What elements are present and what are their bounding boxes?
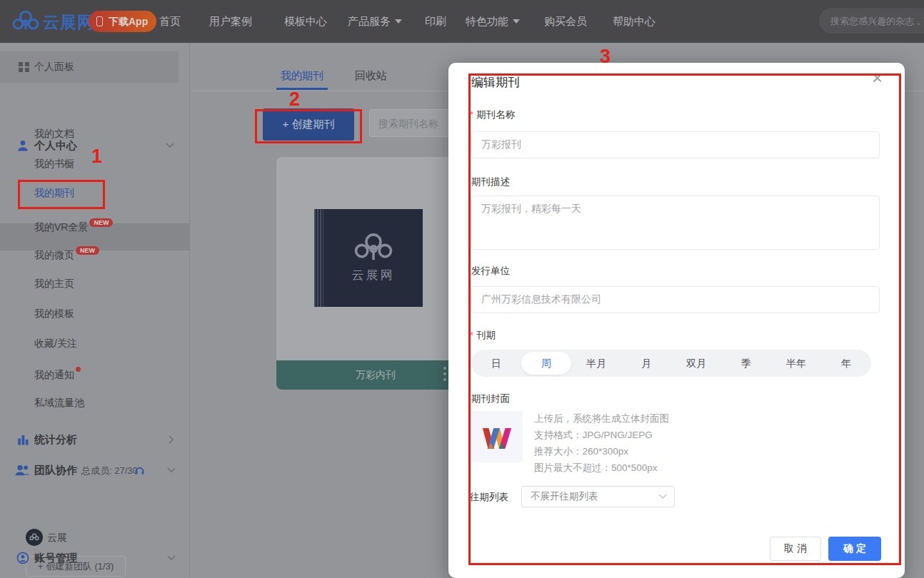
cover-label: 期刊封面 xyxy=(471,392,510,405)
publisher-label: 发行单位 xyxy=(471,265,510,278)
phone-icon xyxy=(96,16,103,26)
chevron-down-icon xyxy=(167,467,176,473)
required-asterisk: * xyxy=(470,109,473,120)
account-icon xyxy=(16,552,29,564)
chevron-down-icon xyxy=(395,19,402,24)
cover-upload-info: 上传后，系统将生成立体封面图 支持格式：JPG/PNG/JEPG 推荐大小：26… xyxy=(534,410,669,476)
period-option-day[interactable]: 日 xyxy=(471,350,521,377)
team-label: 团队协作总成员: 27/30 xyxy=(34,464,138,477)
nav-item-products[interactable]: 产品服务 xyxy=(348,14,402,29)
sidebar: 个人面板 个人中心 我的文档 我的书橱 我的期刊 我的VR全景NEW 我的微页N… xyxy=(0,43,190,578)
journal-name-input[interactable] xyxy=(471,131,880,158)
sidebar-section-statistics[interactable]: 统计分析 xyxy=(0,428,190,452)
sidebar-section-account[interactable]: 账号管理 xyxy=(0,547,190,571)
dashboard-label: 个人面板 xyxy=(34,61,74,73)
w-logo-icon xyxy=(480,420,514,454)
logo-text[interactable]: 云展网 xyxy=(43,11,94,34)
download-app-badge[interactable]: 下载App xyxy=(89,11,156,32)
chevron-down-icon xyxy=(513,19,520,24)
nav-item-print[interactable]: 印刷 xyxy=(425,14,446,29)
new-badge: NEW xyxy=(76,246,99,255)
period-option-half-year[interactable]: 半年 xyxy=(771,350,821,377)
cancel-button[interactable]: 取 消 xyxy=(770,537,821,561)
sidebar-item-private-traffic[interactable]: 私域流量池 xyxy=(34,397,84,412)
notification-dot xyxy=(76,367,81,372)
journal-card-footer: 万彩内刊 xyxy=(276,360,475,390)
journal-desc-textarea[interactable]: 万彩报刊，精彩每一天 xyxy=(471,196,880,250)
sidebar-item-my-bookshelf[interactable]: 我的书橱 xyxy=(34,158,74,173)
account-label: 账号管理 xyxy=(34,552,77,565)
team-members-count: 总成员: 27/30 xyxy=(81,465,138,476)
nav-item-templates[interactable]: 模板中心 xyxy=(284,14,327,29)
book-stack-pages xyxy=(314,209,323,307)
cover-info-line: 支持格式：JPG/PNG/JEPG xyxy=(534,427,669,443)
person-icon xyxy=(16,139,29,152)
cover-upload-thumbnail[interactable] xyxy=(471,411,523,462)
sidebar-item-my-journals[interactable]: 我的期刊 xyxy=(34,187,74,203)
period-label: *刊期 xyxy=(470,329,496,342)
cover-info-line: 推荐大小：260*300px xyxy=(534,443,669,460)
new-badge: NEW xyxy=(89,218,113,227)
nav-item-features[interactable]: 特色功能 xyxy=(466,14,520,29)
top-nav: 云展网 下载App 首页 用户案例 模板中心 产品服务 印刷 特色功能 购买会员… xyxy=(0,0,924,43)
journal-cover[interactable]: 云展网 xyxy=(323,209,423,307)
sidebar-item-notifications[interactable]: 我的通知 xyxy=(34,367,81,382)
modal-title: 编辑期刊 xyxy=(471,74,520,91)
sidebar-item-my-documents[interactable]: 我的文档 xyxy=(34,128,74,143)
nav-item-cases[interactable]: 用户案例 xyxy=(209,14,252,29)
period-option-quarter[interactable]: 季 xyxy=(721,350,771,377)
headset-icon[interactable] xyxy=(134,465,145,476)
close-icon[interactable]: × xyxy=(872,69,883,87)
publisher-input[interactable] xyxy=(471,286,880,313)
annotation-step-1: 1 xyxy=(91,146,102,168)
period-option-bimonth[interactable]: 双月 xyxy=(671,350,721,377)
dashboard-grid-icon xyxy=(19,62,29,72)
journal-desc-label: 期刊描述 xyxy=(471,176,510,188)
journal-name-label: *期刊名称 xyxy=(470,108,515,121)
history-list-value: 不展开往期列表 xyxy=(531,491,598,502)
tab-my-journals[interactable]: 我的期刊 xyxy=(281,69,323,83)
cover-info-line: 图片最大不超过：500*500px xyxy=(534,460,669,476)
cover-logo-text: 云展网 xyxy=(352,267,395,283)
history-list-label: 往期列表 xyxy=(470,491,508,504)
sidebar-item-my-templates[interactable]: 我的模板 xyxy=(34,308,74,323)
cloud-logo-icon xyxy=(353,233,394,263)
statistics-label: 统计分析 xyxy=(34,433,77,447)
annotation-step-3: 3 xyxy=(600,46,611,68)
required-asterisk: * xyxy=(470,330,473,340)
active-tab-underline xyxy=(276,88,328,90)
tab-recycle-bin[interactable]: 回收站 xyxy=(355,69,387,83)
create-journal-button[interactable]: + 创建期刊 xyxy=(263,108,354,141)
sidebar-item-dashboard[interactable]: 个人面板 xyxy=(0,51,179,83)
bar-chart-icon xyxy=(16,433,29,446)
download-app-label: 下载App xyxy=(109,16,148,27)
chevron-down-icon xyxy=(166,143,174,148)
history-list-select[interactable]: 不展开往期列表 xyxy=(521,486,675,507)
nav-item-membership[interactable]: 购买会员 xyxy=(544,14,587,29)
nav-item-home[interactable]: 首页 xyxy=(159,14,181,29)
more-options-icon[interactable] xyxy=(443,367,446,384)
period-option-half-month[interactable]: 半月 xyxy=(571,350,621,377)
chevron-right-icon xyxy=(169,435,174,444)
chevron-down-icon xyxy=(658,494,667,500)
sidebar-section-team[interactable]: 团队协作总成员: 27/30 xyxy=(0,459,190,483)
team-people-icon xyxy=(14,464,30,477)
period-option-month[interactable]: 月 xyxy=(621,350,671,377)
period-option-week-selected[interactable]: 周 xyxy=(521,352,571,375)
sidebar-item-favorites[interactable]: 收藏/关注 xyxy=(34,338,77,353)
cloud-icon xyxy=(29,533,39,542)
confirm-button[interactable]: 确 定 xyxy=(828,537,881,561)
annotation-step-2: 2 xyxy=(289,88,300,111)
sidebar-item-my-homepage[interactable]: 我的主页 xyxy=(34,278,74,293)
yunzhan-cloud-logo-icon xyxy=(11,9,40,34)
sidebar-item-my-micropage[interactable]: 我的微页NEW xyxy=(34,246,99,262)
sidebar-item-my-vr[interactable]: 我的VR全景NEW xyxy=(34,218,113,234)
nav-item-help[interactable]: 帮助中心 xyxy=(613,14,656,29)
edit-journal-modal: 编辑期刊 × *期刊名称 期刊描述 万彩报刊，精彩每一天 发行单位 *刊期 日 … xyxy=(448,63,905,578)
chevron-down-icon xyxy=(167,555,176,561)
magazine-search-input[interactable] xyxy=(819,8,924,34)
period-option-year[interactable]: 年 xyxy=(821,350,871,377)
period-segmented-control: 日 周 半月 月 双月 季 半年 年 xyxy=(471,350,871,377)
team-name[interactable]: 云展 xyxy=(47,532,67,544)
team-avatar[interactable] xyxy=(26,529,43,546)
